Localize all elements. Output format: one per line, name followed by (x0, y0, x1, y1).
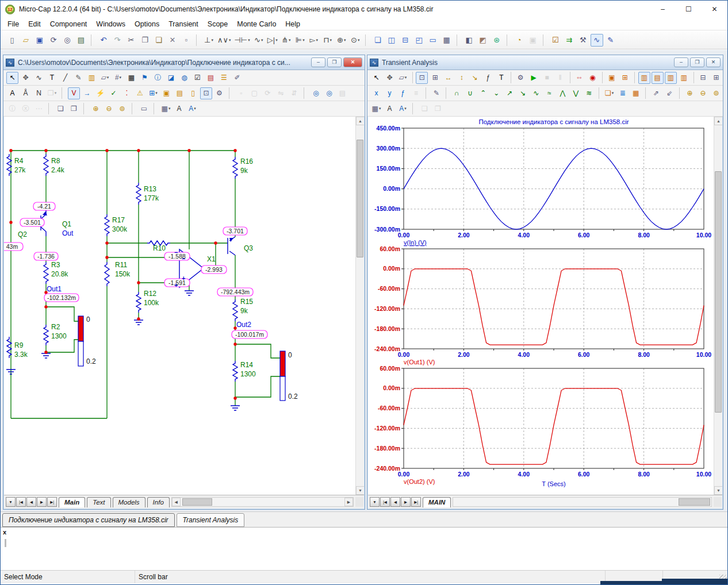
animate-stop-icon[interactable]: ▣ (527, 34, 539, 47)
doc-tab-transient[interactable]: Transient Analysis (177, 513, 245, 527)
fx-axis-icon[interactable]: ƒ (397, 87, 409, 99)
save-icon[interactable]: ▣ (33, 34, 46, 47)
last-tab-button[interactable]: ▶| (47, 497, 57, 507)
restore-scale-icon[interactable]: ⇙ (664, 87, 676, 99)
sine-source-icon[interactable]: ⊙ (349, 34, 362, 47)
child-minimize-button[interactable]: – (674, 57, 688, 67)
page-copy-icon[interactable]: ▭ (138, 103, 150, 115)
calculator-icon[interactable]: ▦ (440, 34, 453, 47)
scroll-left-button[interactable]: ◀ (172, 498, 181, 506)
low-icon[interactable]: ⌄ (491, 87, 503, 99)
component-panel-icon[interactable]: ◧ (463, 34, 476, 47)
split-grid-icon[interactable]: ⊞ (710, 72, 722, 84)
menu-monte-carlo[interactable]: Monte Carlo (232, 19, 281, 29)
title-block-icon[interactable]: ▤ (174, 87, 186, 99)
high-icon[interactable]: ⌃ (477, 87, 489, 99)
resistor-icon[interactable]: ∧∨ (216, 34, 232, 47)
attribute-text-icon[interactable]: A (6, 87, 18, 99)
step-info-icon[interactable]: ⓘ (6, 103, 18, 115)
zoom-in-icon[interactable]: ⊕ (90, 103, 102, 115)
bottom-icon[interactable]: ⋁ (570, 87, 582, 99)
wire-mode-icon[interactable]: ∿ (33, 72, 45, 84)
tab-models[interactable]: Models (113, 497, 145, 507)
picture-icon[interactable]: ◪ (165, 72, 177, 84)
font-icon[interactable]: A (384, 103, 396, 115)
menu-edit[interactable]: Edit (24, 19, 45, 29)
line-mode-icon[interactable]: ╱ (59, 72, 71, 84)
scroll-up-button[interactable]: ▲ (356, 117, 364, 125)
formula-icon[interactable]: ƒ (482, 72, 494, 84)
stop-icon[interactable]: ■ (541, 72, 553, 84)
stepping-icon[interactable]: ⇉ (563, 34, 576, 47)
font-color-icon[interactable]: A (397, 103, 409, 115)
scroll-thumb[interactable] (182, 498, 212, 506)
animate-icon[interactable]: ◔ (513, 34, 526, 47)
font-icon[interactable]: A (173, 103, 185, 115)
tag-point-icon[interactable]: ↘ (469, 72, 481, 84)
preferences-icon[interactable]: ☑ (549, 34, 562, 47)
annotate-icon[interactable]: ✐ (231, 72, 243, 84)
show-conditions-icon[interactable]: ✓ (108, 87, 120, 99)
envelope-icon[interactable]: ≋ (583, 87, 595, 99)
font-color-icon[interactable]: A (186, 103, 198, 115)
menu-help[interactable]: Help (281, 19, 305, 29)
plot-canvas[interactable]: 450.00m300.00m150.00m0.00m-150.00m-300.0… (368, 117, 722, 495)
find-next-icon[interactable]: ◎ (323, 87, 335, 99)
scroll-right-button[interactable]: ▶ (344, 498, 353, 506)
step-more-icon[interactable]: ⋯ (33, 103, 45, 115)
doc-tab-schematic[interactable]: Подключение индикатора с сигналу на LM35… (2, 513, 175, 527)
prev-tab-button[interactable]: ◀ (390, 497, 400, 507)
tile-vertical-icon[interactable]: ◫ (385, 34, 398, 47)
show-currents-icon[interactable]: → (81, 87, 93, 99)
new-circuit-icon[interactable]: ▯ (6, 34, 18, 47)
diode-icon[interactable]: ▷| (266, 34, 279, 47)
data-points-icon[interactable]: ◦◦ (573, 72, 585, 84)
split-h-icon[interactable]: ⊟ (697, 72, 709, 84)
zoom-in-icon[interactable]: ⊕ (684, 87, 696, 99)
paste-icon[interactable]: ❏ (152, 34, 165, 47)
numeric-output-icon[interactable]: ≣ (616, 87, 629, 99)
transistor-icon[interactable]: ⋔ (280, 34, 293, 47)
slope-icon[interactable]: ∿ (530, 87, 542, 99)
ground-icon[interactable]: ⊥ (202, 34, 215, 47)
battery-icon[interactable]: ⊕ (335, 34, 348, 47)
checkbox-icon[interactable]: ☑ (191, 72, 204, 84)
model-editor-icon[interactable]: ◩ (477, 34, 489, 47)
grid-icon[interactable]: ⊞ (147, 87, 159, 99)
web-icon[interactable]: ⊛ (491, 34, 503, 47)
next-tab-button[interactable]: ▶ (401, 497, 411, 507)
zoom-100-icon[interactable]: ⊚ (710, 87, 722, 99)
find-icon[interactable]: ◎ (310, 87, 322, 99)
plot-vertical-scrollbar[interactable]: ▲ ▼ (714, 117, 722, 495)
maximize-button[interactable]: ☐ (676, 1, 702, 18)
properties-icon[interactable]: ⚙ (515, 72, 527, 84)
to-back-icon[interactable]: ❐ (68, 103, 80, 115)
design-rules-icon[interactable]: ⚠ (134, 87, 146, 99)
child-restore-button[interactable]: ❐ (327, 57, 342, 67)
node-numbers-icon[interactable]: N (33, 87, 45, 99)
axis-list-icon[interactable]: ≡ (410, 87, 422, 99)
select-rect-icon[interactable]: ▫ (235, 87, 247, 99)
close-button[interactable]: ✕ (702, 1, 727, 18)
rows-icon[interactable]: ☰ (218, 72, 230, 84)
panel-stack-icon[interactable]: ▤ (652, 72, 664, 84)
probe-plot-icon[interactable]: ✎ (604, 34, 617, 47)
child-close-button[interactable]: ✕ (706, 57, 721, 67)
pan-mode-icon[interactable]: ✥ (20, 72, 32, 84)
date-stamp-icon[interactable]: ▦ (630, 87, 642, 99)
measure-v-icon[interactable]: ↕ (455, 72, 468, 84)
text-mode-icon[interactable]: T (46, 72, 58, 84)
scroll-up-button[interactable]: ▲ (714, 117, 722, 125)
revert-icon[interactable]: ⟳ (47, 34, 60, 47)
scroll-thumb[interactable] (679, 498, 710, 506)
ruler-icon[interactable]: ▣ (606, 72, 618, 84)
scroll-down-button[interactable]: ▼ (356, 486, 364, 495)
tab-menu-button[interactable]: ▼ (370, 497, 380, 507)
tab-main-analysis[interactable]: MAIN (423, 497, 451, 507)
undo-icon[interactable]: ↶ (97, 34, 110, 47)
flip-h-icon[interactable]: ⇋ (275, 87, 287, 99)
valley-icon[interactable]: ∪ (464, 87, 476, 99)
edit-plot-icon[interactable]: ✎ (430, 87, 442, 99)
pause-icon[interactable]: ‖ (554, 72, 566, 84)
pen-mode-icon[interactable]: ✎ (72, 72, 85, 84)
